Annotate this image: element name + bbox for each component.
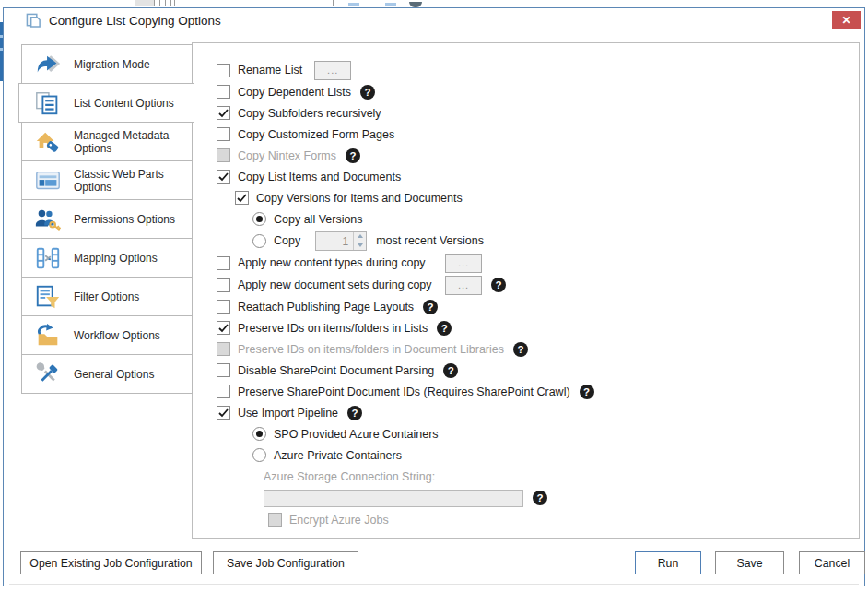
option-row: Copy Nintex Forms ?: [217, 148, 859, 162]
tab-filter-options[interactable]: Filter Options: [21, 277, 193, 316]
copy-subfolders-checkbox[interactable]: [217, 106, 230, 120]
help-icon[interactable]: ?: [346, 148, 360, 163]
open-existing-job-configuration-button[interactable]: Open Existing Job Configuration: [20, 551, 202, 574]
copy-dependent-lists-label: Copy Dependent Lists: [238, 86, 351, 99]
copy-pages-icon: [26, 13, 41, 29]
copy-versions-label: Copy Versions for Items and Documents: [256, 192, 463, 205]
tab-classic-web-parts-options[interactable]: Classic Web Parts Options: [21, 160, 193, 200]
option-row: Copy Dependent Lists ?: [217, 85, 859, 99]
copy-customized-form-pages-checkbox[interactable]: [217, 127, 230, 141]
tab-list-content-options[interactable]: List Content Options: [18, 83, 194, 123]
tab-label: Managed Metadata Options: [74, 129, 192, 155]
option-row: Disable SharePoint Document Parsing ?: [217, 363, 859, 377]
apply-document-sets-label: Apply new document sets during copy: [238, 278, 433, 291]
background-app-fragment: [135, 0, 155, 6]
copy-versions-checkbox[interactable]: [235, 191, 249, 205]
azure-private-containers-label: Azure Private Containers: [274, 449, 402, 462]
permissions-icon: [34, 207, 62, 232]
option-row: Azure Private Containers: [252, 448, 859, 462]
tab-label: General Options: [74, 368, 154, 381]
tab-workflow-options[interactable]: Workflow Options: [21, 315, 193, 355]
migration-arrow-icon: [34, 52, 62, 77]
option-row: Use Import Pipeline ?: [217, 406, 859, 420]
copy-all-versions-label: Copy all Versions: [274, 213, 363, 226]
option-row: Apply new content types during copy ...: [217, 253, 859, 273]
preserve-ids-doclibs-checkbox: [217, 342, 230, 356]
dialog-title: Configure List Copying Options: [49, 14, 221, 28]
copy-dependent-lists-checkbox[interactable]: [217, 85, 230, 99]
checkmark-icon: [218, 172, 229, 182]
spinner-down-icon: [354, 241, 366, 250]
apply-content-types-checkbox[interactable]: [217, 256, 230, 270]
disable-document-parsing-checkbox[interactable]: [217, 363, 230, 377]
apply-document-sets-checkbox[interactable]: [217, 278, 230, 292]
option-row: Preserve IDs on items/folders in Lists ?: [217, 321, 859, 335]
save-job-configuration-button[interactable]: Save Job Configuration: [213, 551, 358, 574]
spo-provided-containers-radio[interactable]: [252, 427, 266, 441]
spo-provided-containers-label: SPO Provided Azure Containers: [274, 428, 439, 441]
general-icon: [34, 361, 62, 387]
tab-label: Migration Mode: [74, 58, 150, 71]
checkmark-icon: [218, 408, 229, 418]
cancel-button[interactable]: Cancel: [799, 551, 865, 574]
managed-metadata-icon: [34, 129, 62, 155]
use-import-pipeline-checkbox[interactable]: [217, 406, 230, 420]
help-icon[interactable]: ?: [437, 321, 452, 336]
use-import-pipeline-label: Use Import Pipeline: [238, 407, 338, 420]
list-content-options-panel: Rename List ... Copy Dependent Lists ? C…: [192, 42, 860, 539]
help-icon[interactable]: ?: [533, 491, 547, 505]
run-button[interactable]: Run: [635, 551, 701, 574]
tab-permissions-options[interactable]: Permissions Options: [21, 199, 193, 239]
background-app-fragment: [170, 0, 171, 6]
option-row: Copy List Items and Documents: [217, 170, 859, 184]
checkmark-icon: [218, 109, 229, 118]
tab-managed-metadata-options[interactable]: Managed Metadata Options: [21, 122, 193, 161]
tab-general-options[interactable]: General Options: [21, 354, 193, 394]
preserve-ids-lists-checkbox[interactable]: [217, 321, 230, 335]
help-icon[interactable]: ?: [513, 342, 528, 357]
rename-list-browse-button[interactable]: ...: [314, 61, 351, 80]
versions-count-spinner: 1: [315, 231, 367, 251]
copy-list-items-label: Copy List Items and Documents: [238, 171, 401, 184]
option-row: Reattach Publishing Page Layouts ?: [217, 300, 859, 314]
azure-private-containers-radio[interactable]: [252, 448, 266, 462]
apply-document-sets-browse-button[interactable]: ...: [445, 276, 482, 295]
preserve-document-ids-label: Preserve SharePoint Document IDs (Requir…: [238, 385, 570, 398]
reattach-page-layouts-label: Reattach Publishing Page Layouts: [238, 301, 414, 314]
option-row: Encrypt Azure Jobs: [268, 513, 859, 527]
apply-content-types-label: Apply new content types during copy: [238, 256, 433, 269]
copy-subfolders-label: Copy Subfolders recursively: [238, 107, 381, 120]
dialog-titlebar: Configure List Copying Options ✕: [4, 8, 864, 32]
configure-list-copying-options-dialog: Configure List Copying Options ✕ Migrati…: [3, 7, 865, 586]
apply-content-types-browse-button[interactable]: ...: [445, 254, 482, 273]
help-icon[interactable]: ?: [580, 385, 594, 399]
copy-list-items-checkbox[interactable]: [217, 170, 230, 184]
preserve-ids-lists-label: Preserve IDs on items/folders in Lists: [238, 322, 428, 335]
rename-list-checkbox[interactable]: [217, 64, 230, 77]
help-icon[interactable]: ?: [347, 406, 362, 420]
background-app-fragment: [385, 3, 396, 6]
help-icon[interactable]: ?: [491, 278, 506, 292]
preserve-document-ids-checkbox[interactable]: [217, 385, 230, 398]
help-icon[interactable]: ?: [443, 363, 458, 378]
tab-mapping-options[interactable]: Mapping Options: [21, 238, 193, 278]
reattach-page-layouts-checkbox[interactable]: [217, 300, 230, 314]
background-app-fragment: [348, 3, 359, 6]
rename-list-label: Rename List: [238, 64, 302, 77]
copy-all-versions-radio[interactable]: [252, 212, 266, 226]
tab-label: List Content Options: [74, 97, 174, 110]
tab-migration-mode[interactable]: Migration Mode: [21, 44, 193, 84]
encrypt-azure-jobs-checkbox: [268, 513, 282, 527]
help-icon[interactable]: ?: [360, 85, 375, 100]
filter-icon: [34, 284, 62, 310]
option-row: SPO Provided Azure Containers: [252, 427, 859, 441]
copy-most-recent-radio[interactable]: [252, 234, 266, 248]
preserve-ids-doclibs-label: Preserve IDs on items/folders in Documen…: [238, 343, 504, 356]
option-row: Preserve IDs on items/folders in Documen…: [217, 342, 859, 356]
copy-nintex-forms-checkbox: [217, 148, 230, 162]
workflow-icon: [34, 323, 62, 349]
help-icon[interactable]: ?: [423, 300, 438, 314]
save-button[interactable]: Save: [715, 551, 784, 574]
option-row: Copy Versions for Items and Documents: [235, 191, 859, 205]
close-button[interactable]: ✕: [832, 11, 861, 29]
